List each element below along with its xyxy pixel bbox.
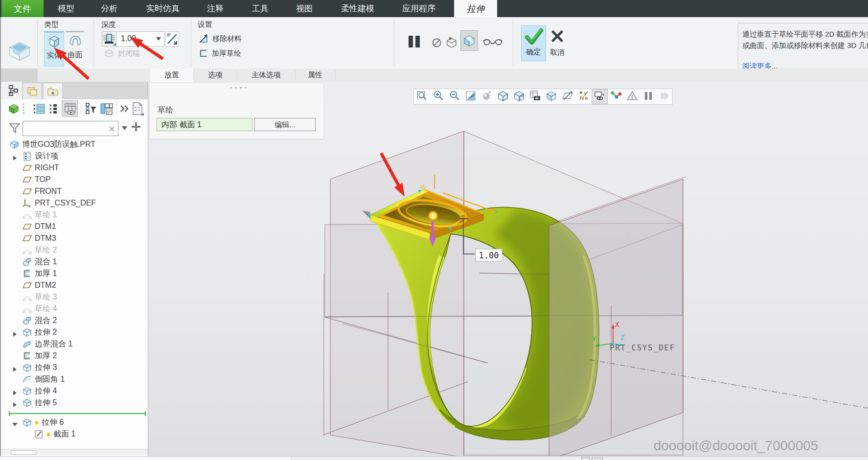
- tree-item-拉伸 4[interactable]: 拉伸 4: [1, 385, 148, 397]
- tree-item-博世GO3防误触.PRT[interactable]: 博世GO3防误触.PRT: [1, 138, 148, 150]
- surface-type-button[interactable]: 曲面: [65, 31, 85, 67]
- tree-hscrollbar[interactable]: [1, 449, 149, 455]
- depth-combo[interactable]: 1.00: [102, 31, 164, 46]
- tree-item-拉伸 2[interactable]: 拉伸 2: [1, 326, 148, 338]
- tree-filter-icon[interactable]: [85, 103, 97, 115]
- tree-item-DTM2[interactable]: DTM2: [1, 279, 148, 291]
- capped-ends-toggle[interactable]: 封闭端: [104, 48, 140, 58]
- dashboard-tab-1[interactable]: 选项: [194, 69, 237, 82]
- tree-expander-icon[interactable]: [12, 365, 17, 370]
- more-tools-chevrons-icon[interactable]: [120, 105, 130, 112]
- tree-document-icon[interactable]: [131, 102, 144, 115]
- tree-item-草绘 1[interactable]: 草绘 1: [1, 209, 148, 221]
- clear-search-icon[interactable]: [109, 126, 115, 132]
- gtool-resume-button[interactable]: [656, 89, 672, 104]
- dashboard-tab-3[interactable]: 属性: [295, 69, 335, 82]
- tree-item-草绘 3[interactable]: 草绘 3: [1, 291, 148, 303]
- tree-tab-favorites[interactable]: [43, 83, 63, 99]
- attached-preview-button[interactable]: [460, 30, 478, 51]
- depth-drag-handle[interactable]: [429, 212, 437, 220]
- tree-item-label: 设计项: [35, 151, 58, 161]
- ok-button[interactable]: 确定: [521, 25, 546, 61]
- tree-settings-icon[interactable]: [100, 103, 113, 115]
- menu-item-1[interactable]: 分析: [96, 0, 122, 17]
- tab-extrude-active[interactable]: 拉伸: [454, 0, 497, 17]
- graphics-viewport[interactable]: 1.00 X Y Z PRT_CSYS_DEF dooooit@dooooit_…: [148, 82, 868, 456]
- thicken-sketch-toggle[interactable]: 加厚草绘: [199, 48, 241, 58]
- gtool-dragger-button[interactable]: [608, 89, 624, 104]
- unattached-preview-button[interactable]: [445, 37, 458, 50]
- gtool-saved-views-button[interactable]: [527, 89, 543, 104]
- tree-tab-folders[interactable]: [23, 83, 42, 99]
- tree-search-input[interactable]: [25, 123, 103, 134]
- gtool-section-button[interactable]: [511, 89, 527, 104]
- tree-item-拉伸 6[interactable]: 拉伸 6: [1, 416, 148, 428]
- menu-item-2[interactable]: 实时仿真: [141, 0, 184, 17]
- tree-item-加厚 2[interactable]: 加厚 2: [1, 350, 148, 362]
- tree-item-倒圆角 1[interactable]: 倒圆角 1: [1, 373, 148, 385]
- menu-item-7[interactable]: 应用程序: [397, 0, 440, 17]
- tree-item-截面 1[interactable]: 截面 1: [1, 428, 148, 440]
- tree-item-混合 1[interactable]: 混合 1: [1, 256, 148, 268]
- add-filter-plus-icon[interactable]: [131, 122, 141, 132]
- collapse-list-icon[interactable]: [49, 103, 61, 114]
- tree-item-草绘 4[interactable]: 草绘 4: [1, 303, 148, 315]
- gtool-zoom-out-button[interactable]: [446, 89, 462, 104]
- gtool-shade-button[interactable]: [479, 89, 495, 104]
- depth-dropdown-caret[interactable]: [153, 32, 164, 46]
- pause-button[interactable]: [407, 35, 422, 50]
- expand-list-icon[interactable]: [33, 103, 45, 114]
- tree-item-混合 2[interactable]: 混合 2: [1, 315, 148, 326]
- glasses-preview-button[interactable]: [482, 38, 503, 49]
- model-tree-icon[interactable]: [8, 85, 19, 96]
- tree-expander-icon[interactable]: [12, 330, 17, 335]
- sketch-collector-field[interactable]: 内部 截面 1: [157, 118, 252, 131]
- tree-expander-icon[interactable]: [12, 400, 17, 405]
- menu-file-button[interactable]: 文件: [1, 0, 44, 17]
- menu-item-3[interactable]: 注释: [202, 0, 228, 17]
- menu-item-0[interactable]: 模型: [53, 0, 79, 17]
- gtool-zoom-in-button[interactable]: [430, 89, 446, 104]
- tree-columns-button[interactable]: [62, 100, 78, 117]
- menu-item-6[interactable]: 柔性建模: [336, 0, 379, 17]
- search-options-caret-icon[interactable]: [122, 126, 127, 130]
- cancel-button[interactable]: 取消: [547, 25, 568, 61]
- depth-type-button[interactable]: [102, 32, 117, 46]
- gtool-zoom-window-button[interactable]: [414, 89, 430, 104]
- tree-item-草绘 2[interactable]: 草绘 2: [1, 244, 148, 256]
- gtool-display-style-button[interactable]: [495, 89, 511, 104]
- tree-item-RIGHT[interactable]: RIGHT: [1, 162, 148, 174]
- tree-item-加厚 1[interactable]: 加厚 1: [1, 268, 148, 279]
- tree-expander-icon[interactable]: [12, 420, 17, 425]
- menu-item-4[interactable]: 工具: [247, 0, 274, 17]
- tree-item-拉伸 5[interactable]: 拉伸 5: [1, 397, 148, 409]
- tree-item-PRT_CSYS_DEF[interactable]: PRT_CSYS_DEF: [1, 197, 148, 209]
- depth-value-field[interactable]: 1.00: [117, 32, 153, 46]
- menu-item-5[interactable]: 视图: [291, 0, 318, 17]
- gtool-warnings-button[interactable]: [624, 89, 640, 104]
- remove-material-toggle[interactable]: 移除材料: [199, 34, 242, 44]
- flip-direction-button[interactable]: [165, 31, 179, 46]
- dashboard-tab-2[interactable]: 主体选项: [237, 69, 295, 82]
- gtool-pause-vp-button[interactable]: [640, 89, 656, 104]
- tree-expander-icon[interactable]: [12, 154, 17, 159]
- panel-drag-dots[interactable]: [230, 87, 247, 89]
- gtool-annotation-display-button[interactable]: [575, 89, 592, 104]
- tree-item-设计项[interactable]: 设计项: [1, 150, 148, 162]
- tree-item-边界混合 1[interactable]: 边界混合 1: [1, 338, 148, 350]
- tree-item-TOP[interactable]: TOP: [1, 174, 148, 185]
- solid-type-button[interactable]: 实体: [44, 31, 64, 67]
- tree-item-DTM1[interactable]: DTM1: [1, 221, 148, 232]
- edit-sketch-button[interactable]: 编辑...: [254, 118, 316, 131]
- dashboard-tab-0[interactable]: 放置: [150, 69, 193, 82]
- tree-expander-icon[interactable]: [12, 389, 17, 393]
- tree-item-拉伸 3[interactable]: 拉伸 3: [1, 362, 148, 373]
- tree-item-FRONT[interactable]: FRONT: [1, 185, 148, 197]
- gtool-show-hide-button[interactable]: [592, 89, 608, 104]
- gtool-appearance-button[interactable]: [543, 89, 559, 104]
- gtool-repaint-button[interactable]: [462, 89, 479, 104]
- no-preview-button[interactable]: [432, 38, 442, 49]
- tree-item-DTM3[interactable]: DTM3: [1, 232, 148, 244]
- gtool-datum-display-button[interactable]: [559, 89, 575, 104]
- show-list-icon[interactable]: [8, 104, 19, 114]
